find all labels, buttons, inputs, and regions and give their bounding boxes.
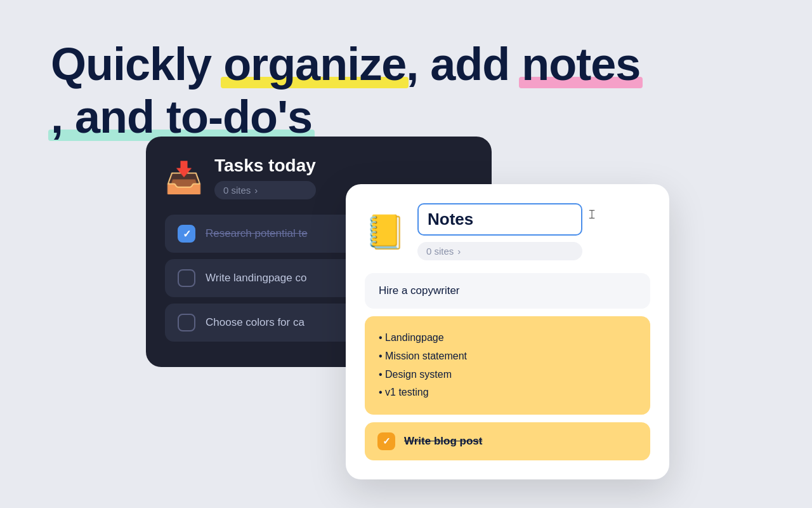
notes-sites-arrow: › (457, 246, 461, 257)
note-item-yellow: • Landingpage • Mission statement • Desi… (365, 316, 650, 415)
inbox-icon: 📥 (165, 159, 203, 197)
note-bullet-landingpage: • Landingpage (379, 329, 636, 347)
task-checkbox-3[interactable] (178, 314, 195, 331)
notes-sites-label: 0 sites (426, 246, 454, 257)
hero-title: Quickly organize, add notes, and to-do's (51, 38, 761, 144)
task-text-3: Choose colors for ca (206, 316, 304, 329)
task-checkbox-2[interactable] (178, 269, 195, 287)
note-text-hire: Hire a copywriter (379, 284, 460, 297)
note-task-checkbox[interactable] (377, 432, 395, 450)
tasks-sites-label: 0 sites (223, 185, 251, 196)
task-text-1: Research potential te (206, 227, 308, 240)
hero-post: , and to-do's (51, 91, 312, 144)
note-task-completed: Write blog post (365, 422, 650, 460)
hero-organize: organize (223, 38, 406, 91)
card-title-group: Tasks today 0 sites › (214, 156, 316, 199)
tasks-sites-arrow: › (254, 185, 258, 196)
tasks-sites-badge[interactable]: 0 sites › (214, 181, 316, 199)
card-title: Tasks today (214, 156, 316, 176)
notes-card: 📒 𝙸 0 sites › Hire a copywriter • Landin… (346, 184, 669, 479)
task-text-2: Write landingpage co (206, 272, 306, 284)
hero-mid: , add (406, 39, 521, 90)
note-bullet-design: • Design system (379, 366, 636, 384)
notes-header: 📒 𝙸 0 sites › (365, 203, 650, 260)
note-bullet-mission: • Mission statement (379, 347, 636, 366)
notes-title-input[interactable] (417, 203, 582, 236)
notes-title-group: 𝙸 0 sites › (417, 203, 582, 260)
hero-pre: Quickly (51, 39, 223, 90)
hero-notes: notes (521, 38, 640, 91)
text-cursor-icon: 𝙸 (587, 207, 596, 222)
note-bullet-v1: • v1 testing (379, 384, 636, 402)
task-checkbox-1[interactable] (178, 225, 195, 243)
note-item-white: Hire a copywriter (365, 273, 650, 309)
notes-icon: 📒 (365, 213, 406, 251)
notes-sites-badge[interactable]: 0 sites › (417, 242, 582, 260)
note-completed-text: Write blog post (404, 435, 482, 448)
